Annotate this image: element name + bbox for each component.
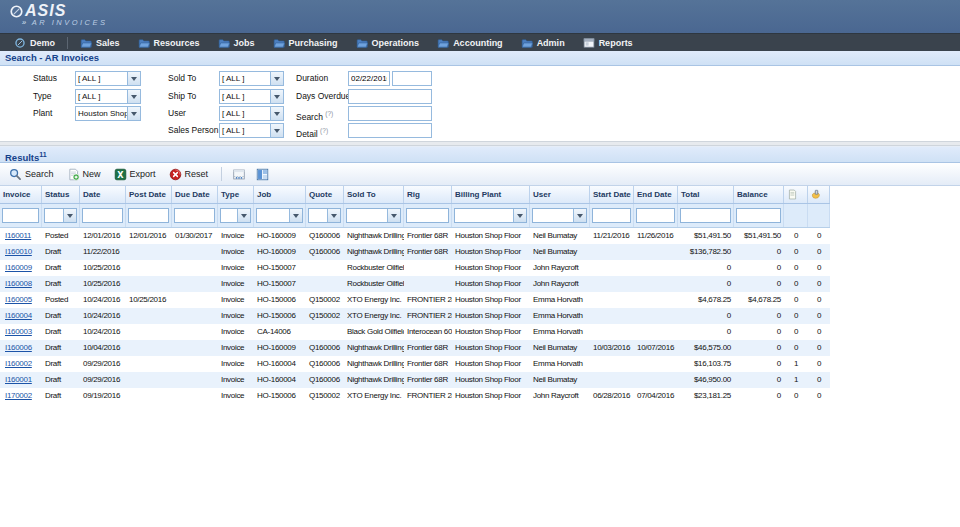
export-button[interactable]: XExport (109, 166, 164, 183)
col-header-sold_to[interactable]: Sold To (344, 186, 404, 203)
col-header-job[interactable]: Job (254, 186, 306, 203)
col-header-total[interactable]: Total (678, 186, 734, 203)
cell-date: 10/25/2016 (80, 260, 126, 276)
col-header-end_date[interactable]: End Date (634, 186, 678, 203)
invoice-link[interactable]: I160011 (5, 231, 31, 240)
filter-input-invoice[interactable] (2, 208, 39, 223)
filter-select-sold_to[interactable] (346, 208, 401, 223)
cell-post_date (126, 244, 172, 260)
table-row[interactable]: I160004Draft10/24/2016InvoiceHO-150006Q1… (0, 308, 830, 324)
col-header-user[interactable]: User (530, 186, 590, 203)
col-header-start_date[interactable]: Start Date (590, 186, 634, 203)
invoice-link[interactable]: I160005 (5, 295, 32, 304)
status-select[interactable]: [ ALL ] (75, 71, 141, 86)
col-header-balance[interactable]: Balance (734, 186, 784, 203)
days-overdue-input[interactable] (348, 89, 432, 104)
cell-user: Neil Bumatay (530, 228, 590, 244)
table-row[interactable]: I160005Posted10/24/201610/25/2016Invoice… (0, 292, 830, 308)
cell-start_date: 10/03/2016 (590, 340, 634, 356)
col-header-notes[interactable] (784, 186, 808, 203)
filter-cell-total (678, 204, 734, 227)
nav-item-reports[interactable]: Reports (574, 34, 642, 51)
col-header-date[interactable]: Date (80, 186, 126, 203)
nav-item-resources[interactable]: Resources (129, 34, 209, 51)
table-row[interactable]: I160001Draft09/29/2016InvoiceHO-160004Q1… (0, 372, 830, 388)
cell-sold_to: Black Gold Oilfield S (344, 324, 404, 340)
filter-input-balance[interactable] (736, 208, 781, 223)
table-row[interactable]: I170002Draft09/19/2016InvoiceHO-150006Q1… (0, 388, 830, 404)
filter-select-type[interactable] (220, 208, 251, 223)
grid-settings-button[interactable] (227, 166, 251, 183)
detail-input[interactable] (348, 123, 432, 138)
cell-total: $51,491.50 (678, 228, 734, 244)
col-header-type[interactable]: Type (218, 186, 254, 203)
sold-to-select[interactable]: [ ALL ] (219, 71, 284, 86)
ship-to-select[interactable]: [ ALL ] (219, 89, 284, 104)
cell-notes: 0 (784, 228, 808, 244)
filter-input-rig[interactable] (406, 208, 449, 223)
results-panel-header[interactable]: Results11 (0, 146, 960, 163)
filter-input-end_date[interactable] (636, 208, 675, 223)
col-header-rig[interactable]: Rig (404, 186, 452, 203)
filter-select-status[interactable] (44, 208, 77, 223)
nav-item-operations[interactable]: Operations (347, 34, 429, 51)
filter-input-date[interactable] (82, 208, 123, 223)
nav-item-jobs[interactable]: Jobs (209, 34, 264, 51)
reset-button[interactable]: Reset (164, 166, 217, 183)
table-row[interactable]: I160008Draft10/25/2016InvoiceHO-150007Ro… (0, 276, 830, 292)
col-header-post_date[interactable]: Post Date (126, 186, 172, 203)
nav-item-purchasing[interactable]: Purchasing (264, 34, 347, 51)
svg-text:X: X (117, 169, 124, 179)
invoice-link[interactable]: I160010 (5, 247, 32, 256)
type-select[interactable]: [ ALL ] (75, 89, 141, 104)
search-panel-header[interactable]: Search - AR Invoices (0, 51, 960, 66)
invoice-link[interactable]: I160002 (5, 359, 32, 368)
invoice-link[interactable]: I160001 (5, 375, 32, 384)
chevron-down-icon (270, 124, 283, 137)
col-header-attachments[interactable] (808, 186, 830, 203)
col-header-quote[interactable]: Quote (306, 186, 344, 203)
invoice-link[interactable]: I160009 (5, 263, 32, 272)
table-row[interactable]: I160011Posted12/01/201612/01/201601/30/2… (0, 228, 830, 244)
invoice-link[interactable]: I160006 (5, 343, 32, 352)
invoice-link[interactable]: I160003 (5, 327, 32, 336)
col-header-billing_plant[interactable]: Billing Plant (452, 186, 530, 203)
new-button[interactable]: New (62, 166, 109, 183)
layout-button[interactable] (251, 166, 274, 183)
invoice-link[interactable]: I160008 (5, 279, 32, 288)
filter-input-total[interactable] (680, 208, 731, 223)
invoice-link[interactable]: I170002 (5, 391, 32, 400)
plant-select[interactable]: Houston Shop Floor (75, 106, 141, 121)
col-header-due_date[interactable]: Due Date (172, 186, 218, 203)
filter-input-start_date[interactable] (592, 208, 631, 223)
search-button[interactable]: Search (4, 166, 62, 183)
search-input[interactable] (348, 106, 432, 121)
duration-end-input[interactable] (392, 71, 432, 86)
col-header-status[interactable]: Status (42, 186, 80, 203)
cell-quote: Q160006 (306, 356, 344, 372)
invoice-link[interactable]: I160004 (5, 311, 32, 320)
cell-invoice: I170002 (0, 388, 42, 404)
table-row[interactable]: I160003Draft10/24/2016InvoiceCA-14006Bla… (0, 324, 830, 340)
nav-item-accounting[interactable]: Accounting (428, 34, 512, 51)
table-row[interactable]: I160002Draft09/29/2016InvoiceHO-160004Q1… (0, 356, 830, 372)
table-row[interactable]: I160009Draft10/25/2016InvoiceHO-150007Ro… (0, 260, 830, 276)
col-header-invoice[interactable]: Invoice (0, 186, 42, 203)
nav-item-demo[interactable]: Demo (5, 34, 64, 51)
cell-post_date (126, 340, 172, 356)
sales-person-select[interactable]: [ ALL ] (219, 123, 284, 138)
filter-input-post_date[interactable] (128, 208, 169, 223)
cell-type: Invoice (218, 356, 254, 372)
cell-invoice: I160003 (0, 324, 42, 340)
filter-select-job[interactable] (256, 208, 303, 223)
table-row[interactable]: I160010Draft11/22/2016InvoiceHO-160009Q1… (0, 244, 830, 260)
filter-select-user[interactable] (532, 208, 587, 223)
user-select[interactable]: [ ALL ] (219, 106, 284, 121)
filter-select-billing_plant[interactable] (454, 208, 527, 223)
nav-item-admin[interactable]: Admin (512, 34, 574, 51)
filter-input-due_date[interactable] (174, 208, 215, 223)
table-row[interactable]: I160006Draft10/04/2016InvoiceHO-160009Q1… (0, 340, 830, 356)
duration-start-input[interactable] (348, 71, 390, 86)
filter-select-quote[interactable] (308, 208, 341, 223)
nav-item-sales[interactable]: Sales (71, 34, 129, 51)
